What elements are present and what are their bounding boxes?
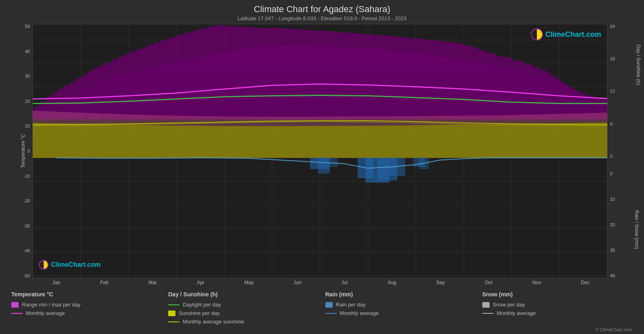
y-axis-left: Temperature °C 50 40 30 20 10 0 -10 -20 … [8,24,32,278]
legend-swatch-rain [325,302,333,308]
legend-line-monthly-avg-temp [11,313,23,314]
svg-rect-24 [330,158,338,167]
page-container: Climate Chart for Agadez (Sahara) Latitu… [0,0,644,334]
legend-item-range: Range min / max per day [11,302,162,308]
legend-title-sunshine: Day / Sunshine (h) [168,291,319,298]
logo-text-bottom: ClimeChart.com [51,261,101,268]
legend-item-monthly-avg-temp: Monthly average [11,310,162,316]
chart-title: Climate Chart for Agadez (Sahara) [8,4,636,15]
legend-col-sunshine: Day / Sunshine (h) Daylight per day Suns… [165,291,322,325]
legend-item-monthly-avg-rain: Monthly average [325,310,476,316]
legend-item-rain-per-day: Rain per day [325,302,476,308]
legend-swatch-range [11,302,19,308]
legend-line-monthly-snow [482,313,494,314]
chart-main: ClimeChart.com ClimeChart.com [32,24,608,278]
legend-line-daylight [168,304,179,305]
legend-col-rain: Rain (mm) Rain per day Monthly average [322,291,479,325]
legend-col-temperature: Temperature °C Range min / max per day M… [8,291,165,325]
y-right-label-bottom: Rain / Snow (mm) [634,210,640,249]
legend-item-daylight: Daylight per day [168,302,319,308]
legend-col-snow: Snow (mm) Snow per day Monthly average [479,291,636,325]
chart-svg [33,24,607,278]
legend-item-monthly-avg-sunshine: Monthly average sunshine [168,319,319,325]
copyright: © ClimeChart.com [8,327,636,332]
legend-title-snow: Snow (mm) [482,291,633,298]
legend-line-monthly-rain [325,313,337,314]
logo-text-top: ClimeChart.com [545,30,601,39]
legend-swatch-snow [482,302,490,308]
chart-area: Temperature °C 50 40 30 20 10 0 -10 -20 … [8,24,636,278]
legend-item-snow-per-day: Snow per day [482,302,633,308]
logo-bottom-left: ClimeChart.com [39,260,101,270]
legend-line-monthly-sunshine [168,321,179,322]
y-axis-right: 24 18 12 6 0 Day / Sunshine (h) 0 10 20 … [608,24,636,278]
legend-title-temp: Temperature °C [11,291,162,298]
legend-area: Temperature °C Range min / max per day M… [8,288,636,326]
logo-icon-bottom [39,260,49,270]
chart-subtitle: Latitude 17.047 - Longitude 8.033 - Elev… [8,15,636,21]
logo-top-right: ClimeChart.com [531,28,601,40]
logo-icon-top [531,28,543,40]
legend-swatch-sunshine [168,311,175,316]
y-left-label: Temperature °C [20,134,26,168]
y-right-label-top: Day / Sunshine (h) [635,45,641,85]
legend-item-monthly-avg-snow: Monthly average [482,310,633,316]
legend-title-rain: Rain (mm) [325,291,476,298]
svg-rect-23 [318,158,330,174]
legend-item-sunshine-per-day: Sunshine per day [168,310,319,316]
x-axis: Jan Feb Mar Apr May Jun Jul Aug Sep Oct … [8,280,636,285]
